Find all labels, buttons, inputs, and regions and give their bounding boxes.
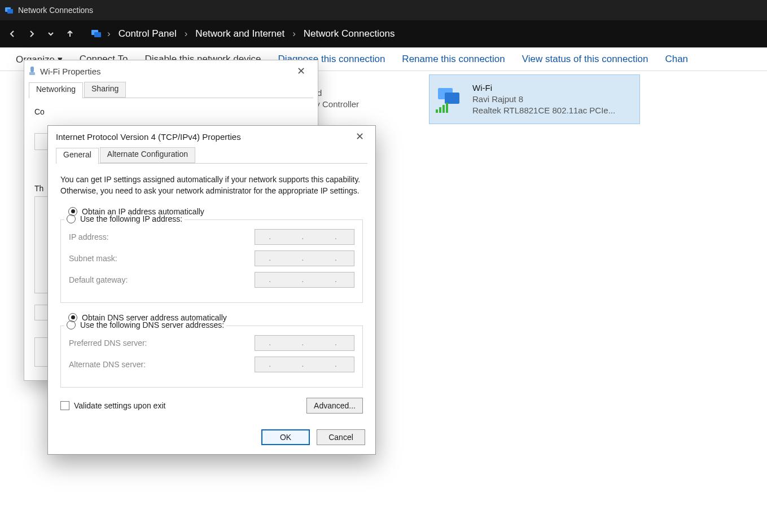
default-gateway-label: Default gateway: bbox=[69, 275, 128, 284]
breadcrumb-network-connections[interactable]: Network Connections bbox=[300, 28, 398, 39]
svg-rect-10 bbox=[30, 67, 34, 72]
svg-rect-8 bbox=[442, 105, 445, 113]
radio-label: Use the following IP address: bbox=[80, 214, 182, 223]
subnet-mask-input[interactable]: ... bbox=[255, 250, 354, 266]
tab-general[interactable]: General bbox=[56, 148, 99, 164]
subnet-mask-label: Subnet mask: bbox=[69, 254, 117, 263]
chevron-right-icon[interactable]: › bbox=[291, 28, 297, 39]
ip-address-input[interactable]: ... bbox=[255, 229, 354, 245]
close-button[interactable]: ✕ bbox=[348, 130, 371, 143]
window-titlebar: Network Connections bbox=[0, 0, 767, 20]
svg-rect-11 bbox=[29, 72, 35, 75]
field-preferred-dns: Preferred DNS server: ... bbox=[69, 335, 354, 351]
address-bar: › Control Panel › Network and Internet ›… bbox=[0, 20, 767, 47]
radio-icon bbox=[67, 320, 76, 329]
radio-icon bbox=[67, 214, 76, 223]
svg-rect-6 bbox=[436, 109, 438, 113]
breadcrumb-root-icon[interactable] bbox=[90, 29, 103, 39]
forward-button[interactable] bbox=[24, 26, 40, 42]
preferred-dns-label: Preferred DNS server: bbox=[69, 338, 147, 348]
close-button[interactable]: ✕ bbox=[290, 65, 312, 77]
ipv4-hint-text: You can get IP settings assigned automat… bbox=[60, 174, 363, 197]
breadcrumb-control-panel[interactable]: Control Panel bbox=[115, 28, 180, 39]
alternate-dns-label: Alternate DNS server: bbox=[69, 360, 146, 369]
ipv4-body: You can get IP settings assigned automat… bbox=[48, 164, 375, 424]
wifi-properties-titlebar[interactable]: Wi-Fi Properties ✕ bbox=[24, 60, 318, 82]
breadcrumb-network-internet[interactable]: Network and Internet bbox=[192, 28, 288, 39]
adapter-ssid: Ravi Rajput 8 bbox=[472, 94, 615, 105]
ipv4-title: Internet Protocol Version 4 (TCP/IPv4) P… bbox=[56, 132, 241, 142]
validate-settings-label: Validate settings upon exit bbox=[74, 401, 165, 410]
dns-manual-group: Use the following DNS server addresses: … bbox=[60, 326, 363, 388]
wifi-properties-icon bbox=[28, 66, 37, 76]
adapter-name: Wi-Fi bbox=[472, 82, 615, 94]
ipv4-tabs: General Alternate Configuration bbox=[56, 147, 367, 164]
window-title: Network Connections bbox=[18, 6, 93, 15]
ipv4-footer: OK Cancel bbox=[48, 424, 375, 454]
tab-networking[interactable]: Networking bbox=[29, 82, 83, 98]
field-ip-address: IP address: ... bbox=[69, 229, 354, 245]
cancel-button[interactable]: Cancel bbox=[317, 429, 365, 445]
advanced-button[interactable]: Advanced... bbox=[306, 398, 363, 414]
network-connections-icon bbox=[5, 6, 14, 15]
radio-label: Use the following DNS server addresses: bbox=[80, 320, 224, 329]
alternate-dns-input[interactable]: ... bbox=[255, 357, 354, 372]
change-settings-button[interactable]: Chan bbox=[665, 54, 688, 65]
back-button[interactable] bbox=[5, 26, 20, 42]
svg-rect-7 bbox=[439, 107, 441, 113]
default-gateway-input[interactable]: ... bbox=[255, 272, 354, 288]
ip-address-label: IP address: bbox=[69, 232, 109, 241]
ip-manual-group: Use the following IP address: IP address… bbox=[60, 219, 363, 303]
chevron-right-icon[interactable]: › bbox=[106, 28, 112, 39]
wifi-properties-title: Wi-Fi Properties bbox=[40, 67, 101, 76]
radio-use-following-dns[interactable]: Use the following DNS server addresses: bbox=[64, 320, 226, 329]
chevron-right-icon[interactable]: › bbox=[183, 28, 189, 39]
preferred-dns-input[interactable]: ... bbox=[255, 335, 354, 351]
content-pane: ble unplugged e GbE Family Controller Wi… bbox=[0, 71, 767, 532]
wifi-properties-tabs: Networking Sharing bbox=[29, 82, 313, 98]
field-alternate-dns: Alternate DNS server: ... bbox=[69, 357, 354, 372]
tab-sharing[interactable]: Sharing bbox=[84, 82, 126, 98]
ipv4-titlebar[interactable]: Internet Protocol Version 4 (TCP/IPv4) P… bbox=[48, 126, 375, 147]
radio-use-following-ip[interactable]: Use the following IP address: bbox=[64, 214, 185, 223]
adapter-device: Realtek RTL8821CE 802.11ac PCIe... bbox=[472, 105, 615, 116]
svg-rect-9 bbox=[446, 103, 448, 113]
recent-locations-button[interactable] bbox=[43, 26, 59, 42]
adapter-wifi[interactable]: Wi-Fi Ravi Rajput 8 Realtek RTL8821CE 80… bbox=[429, 74, 640, 124]
tab-alternate-configuration[interactable]: Alternate Configuration bbox=[100, 147, 195, 163]
wifi-adapter-icon bbox=[433, 82, 468, 117]
connect-using-label-fragment: Co bbox=[34, 107, 308, 116]
svg-rect-5 bbox=[445, 93, 459, 104]
validate-settings-checkbox[interactable]: Validate settings upon exit bbox=[60, 401, 165, 410]
up-button[interactable] bbox=[62, 26, 78, 42]
field-default-gateway: Default gateway: ... bbox=[69, 272, 354, 288]
svg-rect-1 bbox=[7, 9, 13, 14]
ipv4-properties-dialog[interactable]: Internet Protocol Version 4 (TCP/IPv4) P… bbox=[47, 125, 376, 455]
ok-button[interactable]: OK bbox=[261, 429, 310, 445]
rename-button[interactable]: Rename this connection bbox=[402, 54, 505, 65]
svg-rect-3 bbox=[94, 32, 101, 37]
view-status-button[interactable]: View status of this connection bbox=[522, 54, 648, 65]
field-subnet-mask: Subnet mask: ... bbox=[69, 250, 354, 266]
checkbox-icon bbox=[60, 401, 69, 410]
